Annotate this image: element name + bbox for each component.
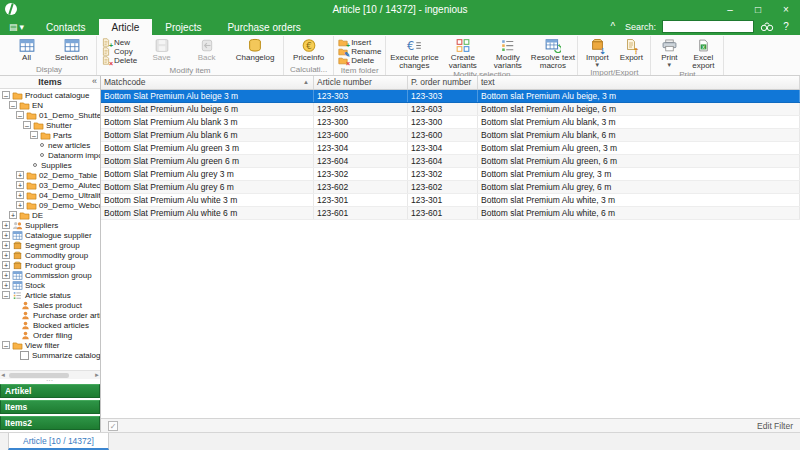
delete-button[interactable]: × Delete <box>101 56 137 65</box>
sidebar-panel-artikel[interactable]: Artikel <box>0 384 100 398</box>
expander-icon[interactable] <box>16 191 24 199</box>
binoculars-search-icon[interactable] <box>760 21 774 32</box>
edit-filter-button[interactable]: Edit Filter <box>757 421 793 431</box>
execute-price-changes-button[interactable]: Execute price changes <box>388 36 440 70</box>
expander-icon[interactable] <box>2 91 10 99</box>
tree-item-blocked-articles[interactable]: Blocked articles <box>0 320 100 330</box>
changelog-button[interactable]: Changelog <box>229 36 281 66</box>
table-row[interactable]: Bottom Slat Premium Alu grey 6 m123-6021… <box>101 181 800 194</box>
resolve-text-macros-button[interactable]: Resolve text macros <box>530 36 575 70</box>
minimize-button[interactable]: – <box>716 0 744 18</box>
scroll-left-icon[interactable]: ◄ <box>0 372 6 378</box>
column-header-matchcode[interactable]: Matchcode▲ <box>101 76 314 89</box>
sidebar-panel-items2[interactable]: Items2 <box>0 416 100 430</box>
column-header-p-order-number[interactable]: P. order number <box>408 76 478 89</box>
tab-projects[interactable]: Projects <box>152 19 214 35</box>
create-variants-button[interactable]: Create variants <box>440 36 485 70</box>
app-menu-button[interactable]: ▤▾ <box>0 22 33 35</box>
table-row[interactable]: Bottom Slat Premium Alu beige 3 m123-303… <box>101 90 800 103</box>
table-row[interactable]: Bottom Slat Premium Alu white 6 m123-601… <box>101 207 800 220</box>
close-button[interactable]: × <box>772 0 800 18</box>
tree-item-stock[interactable]: Stock <box>0 280 100 290</box>
scrollbar-thumb[interactable] <box>9 373 69 378</box>
excel-export-button[interactable]: Excel export <box>685 36 721 70</box>
expander-icon[interactable] <box>30 131 38 139</box>
expander-icon[interactable] <box>23 121 31 129</box>
table-row[interactable]: Bottom Slat Premium Alu blank 6 m123-600… <box>101 129 800 142</box>
summarize-catalogue-checkbox[interactable] <box>20 351 29 360</box>
help-button[interactable]: ? <box>780 21 792 32</box>
expander-icon[interactable] <box>2 221 10 229</box>
tree-item-view-filter[interactable]: View filter <box>0 340 100 350</box>
tree-item-parts[interactable]: Parts <box>0 130 100 140</box>
all-button[interactable]: All <box>4 36 49 65</box>
tree-item-supplies[interactable]: Supplies <box>0 160 100 170</box>
expander-icon[interactable] <box>16 181 24 189</box>
expander-icon[interactable] <box>2 291 10 299</box>
new-button[interactable]: + New <box>101 38 137 47</box>
tab-purchase-orders[interactable]: Purchase orders <box>214 19 313 35</box>
column-header-text[interactable]: text <box>478 76 800 89</box>
expander-icon[interactable] <box>2 261 10 269</box>
expander-icon[interactable] <box>16 201 24 209</box>
table-row[interactable]: Bottom Slat Premium Alu green 3 m123-304… <box>101 142 800 155</box>
export-button[interactable]: ⇡ Export <box>614 36 648 68</box>
tree-item-summarize-catalogue[interactable]: Summarize catalogue <box>0 350 100 360</box>
scroll-right-icon[interactable]: ► <box>94 372 100 378</box>
document-tab-article[interactable]: Article [10 / 14372] <box>8 433 109 450</box>
table-row[interactable]: Bottom Slat Premium Alu white 3 m123-301… <box>101 194 800 207</box>
search-input[interactable] <box>662 20 754 33</box>
tree-item-catalogue-supplier[interactable]: Catalogue supplier <box>0 230 100 240</box>
tree-item-commission-group[interactable]: Commission group <box>0 270 100 280</box>
table-row[interactable]: Bottom Slat Premium Alu beige 6 m123-603… <box>101 103 800 116</box>
expander-icon[interactable] <box>2 271 10 279</box>
save-button[interactable]: Save <box>139 36 184 66</box>
rename-folder-button[interactable]: ✎ Rename <box>338 47 381 56</box>
priceinfo-button[interactable]: Priceinfo <box>286 36 331 65</box>
table-row[interactable]: Bottom Slat Premium Alu blank 3 m123-300… <box>101 116 800 129</box>
expander-icon[interactable] <box>2 231 10 239</box>
expander-icon[interactable] <box>2 251 10 259</box>
ribbon-collapse-icon[interactable]: ^ <box>607 21 619 32</box>
expander-icon[interactable] <box>16 111 24 119</box>
column-header-article-number[interactable]: Article number <box>314 76 408 89</box>
insert-folder-button[interactable]: + Insert <box>338 38 381 47</box>
tree-item-en[interactable]: EN <box>0 100 100 110</box>
collapse-sidebar-icon[interactable]: « <box>92 76 97 86</box>
delete-folder-button[interactable]: × Delete <box>338 56 381 65</box>
tree-item-new-articles[interactable]: new articles <box>0 140 100 150</box>
sidebar-panel-items[interactable]: Items <box>0 400 100 414</box>
tree-item-04-demo-ultralite-doors[interactable]: 04_Demo_Ultralite-Doors <box>0 190 100 200</box>
table-row[interactable]: Bottom Slat Premium Alu green 6 m123-604… <box>101 155 800 168</box>
import-button[interactable]: ⇣ Import ▾ <box>580 36 614 68</box>
tree-item-datanorm-import[interactable]: Datanorm import <box>0 150 100 160</box>
back-button[interactable]: Back <box>184 36 229 66</box>
tree-item-product-catalogue[interactable]: Product catalogue <box>0 90 100 100</box>
tab-contacts[interactable]: Contacts <box>33 19 98 35</box>
filter-checkbox[interactable]: ✓ <box>108 421 118 431</box>
print-button[interactable]: Print ▾ <box>653 36 685 70</box>
tree-item-sales-product[interactable]: Sales product <box>0 300 100 310</box>
tree-item-segment-group[interactable]: Segment group <box>0 240 100 250</box>
tab-article[interactable]: Article <box>99 19 153 35</box>
expander-icon[interactable] <box>2 281 10 289</box>
sidebar-horizontal-scrollbar[interactable]: ◄ ► <box>0 370 100 379</box>
expander-icon[interactable] <box>16 171 24 179</box>
tree-item-purchase-order-article[interactable]: Purchase order article <box>0 310 100 320</box>
table-row[interactable]: Bottom Slat Premium Alu grey 3 m123-3021… <box>101 168 800 181</box>
tree-item-commodity-group[interactable]: Commodity group <box>0 250 100 260</box>
tree-item-article-status[interactable]: Article status <box>0 290 100 300</box>
copy-button[interactable]: Copy <box>101 47 137 56</box>
tree-item-03-demo-alutech[interactable]: 03_Demo_Alutech <box>0 180 100 190</box>
maximize-button[interactable]: □ <box>744 0 772 18</box>
selection-button[interactable]: Selection <box>49 36 94 65</box>
tree-item-suppliers[interactable]: Suppliers <box>0 220 100 230</box>
expander-icon[interactable] <box>2 241 10 249</box>
tree-item-de[interactable]: DE <box>0 210 100 220</box>
expander-icon[interactable] <box>2 341 10 349</box>
tree-item-product-group[interactable]: Product group <box>0 260 100 270</box>
tree-item-order-filing[interactable]: Order filing <box>0 330 100 340</box>
expander-icon[interactable] <box>9 211 17 219</box>
tree-item-shutter[interactable]: Shutter <box>0 120 100 130</box>
tree-item-01-demo-shutter[interactable]: 01_Demo_Shutter <box>0 110 100 120</box>
